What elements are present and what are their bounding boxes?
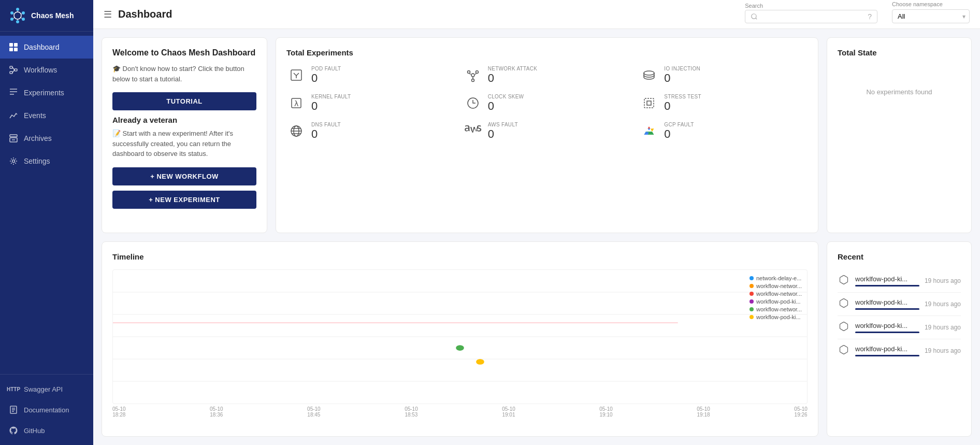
svg-point-61 <box>456 345 464 351</box>
no-experiments-text: No experiments found <box>838 88 961 96</box>
clock-skew-count: 0 <box>488 99 524 113</box>
recent-progress-4 <box>855 355 919 356</box>
svg-point-39 <box>475 71 478 74</box>
recent-item-4: worklfow-pod-ki... 19 hours ago <box>838 339 961 362</box>
gcp-fault-count: 0 <box>664 127 694 141</box>
sidebar-bottom-label-github: GitHub <box>24 427 45 435</box>
sidebar-item-dashboard[interactable]: Dashboard <box>0 36 93 59</box>
namespace-select[interactable]: All default kube-system <box>892 9 970 23</box>
svg-line-20 <box>12 67 15 70</box>
legend-label-3: workflow-networ... <box>756 291 802 297</box>
recent-icon-2 <box>838 298 850 310</box>
legend-dot-6 <box>750 315 754 319</box>
svg-rect-19 <box>15 69 17 71</box>
pod-fault-info: POD FAULT 0 <box>311 66 341 85</box>
sidebar-item-label-settings: Settings <box>24 157 50 165</box>
sidebar-item-archives[interactable]: Archives <box>0 127 93 150</box>
svg-line-11 <box>13 18 15 19</box>
svg-point-62 <box>476 359 484 365</box>
svg-rect-48 <box>644 98 654 108</box>
dns-fault-icon <box>286 121 306 141</box>
chaos-mesh-logo-icon <box>8 6 27 25</box>
network-attack-info: NETWORK ATTACK 0 <box>488 66 538 85</box>
sidebar-item-settings[interactable]: Settings <box>0 150 93 173</box>
legend-dot-5 <box>750 307 754 311</box>
search-help-icon[interactable]: ? <box>868 12 872 21</box>
sidebar-item-experiments[interactable]: Experiments <box>0 81 93 104</box>
main-area: ☰ Dashboard Search ? Choose namespace Al… <box>93 0 980 445</box>
logo[interactable]: Chaos Mesh <box>0 0 93 32</box>
sidebar-nav: Dashboard Workflows Experiments Events A <box>0 32 93 374</box>
new-experiment-button[interactable]: + NEW EXPERIMENT <box>112 191 256 209</box>
recent-time-1: 19 hours ago <box>925 277 961 284</box>
experiments-grid: POD FAULT 0 NETWORK ATTACK 0 <box>286 65 808 141</box>
sidebar-item-docs[interactable]: Documentation <box>0 399 93 420</box>
svg-rect-13 <box>9 43 13 47</box>
aws-fault-info: AWS FAULT 0 <box>488 122 518 141</box>
svg-point-4 <box>16 20 19 23</box>
sidebar-item-workflows[interactable]: Workflows <box>0 59 93 81</box>
recent-info-3: worklfow-pod-ki... <box>855 322 919 333</box>
svg-point-40 <box>471 79 474 82</box>
veteran-hint: 📝 Start with a new experiment! After it'… <box>112 128 256 159</box>
sidebar-item-swagger[interactable]: HTTP Swagger API <box>0 379 93 399</box>
svg-rect-25 <box>10 135 17 137</box>
recent-name-2: worklfow-pod-ki... <box>855 298 919 306</box>
recent-item-3: worklfow-pod-ki... 19 hours ago <box>838 316 961 339</box>
menu-icon[interactable]: ☰ <box>104 9 112 20</box>
search-input[interactable] <box>761 12 864 20</box>
recent-name-1: worklfow-pod-ki... <box>855 275 919 283</box>
dns-fault-label: DNS FAULT <box>311 122 341 127</box>
io-injection-count: 0 <box>664 71 700 85</box>
timeline-chart: network-delay-e... workflow-networ... wo… <box>112 269 808 404</box>
sidebar-bottom: HTTP Swagger API Documentation GitHub <box>0 374 93 445</box>
recent-info-2: worklfow-pod-ki... <box>855 298 919 310</box>
recent-name-3: worklfow-pod-ki... <box>855 322 919 329</box>
xaxis-7: 05-10 19:18 <box>697 406 710 418</box>
gcp-fault-info: GCP FAULT 0 <box>664 122 694 141</box>
xaxis-2: 05-10 18:36 <box>210 406 223 418</box>
xaxis-1: 05-10 18:28 <box>112 406 126 418</box>
svg-point-44 <box>644 71 654 75</box>
legend-dot-2 <box>750 284 754 288</box>
tutorial-button[interactable]: TUTORIAL <box>112 92 256 110</box>
svg-point-38 <box>467 71 470 74</box>
gcp-fault-icon <box>639 121 659 141</box>
kernel-fault-icon: λ <box>286 93 306 113</box>
legend-item-2: workflow-networ... <box>750 283 802 289</box>
search-wrapper: Search ? <box>745 10 877 23</box>
io-injection-info: IO INJECTION 0 <box>664 66 700 85</box>
sidebar-item-label-dashboard: Dashboard <box>24 43 60 51</box>
svg-point-28 <box>12 160 15 163</box>
settings-icon <box>8 156 19 166</box>
svg-point-6 <box>10 11 13 15</box>
search-box: ? <box>745 10 877 23</box>
sidebar-item-github[interactable]: GitHub <box>0 420 93 441</box>
page-title: Dashboard <box>118 8 172 20</box>
legend-label-4: workflow-pod-ki... <box>756 298 801 305</box>
archives-icon <box>8 133 19 143</box>
recent-time-2: 19 hours ago <box>925 300 961 308</box>
aws-fault-count: 0 <box>488 127 518 141</box>
pod-fault-count: 0 <box>311 71 341 85</box>
recent-icon-4 <box>838 344 850 357</box>
sidebar-item-events[interactable]: Events <box>0 104 93 127</box>
github-icon <box>8 425 19 436</box>
svg-rect-15 <box>9 48 13 51</box>
svg-point-5 <box>10 18 13 21</box>
svg-point-0 <box>14 12 21 19</box>
pod-fault-icon <box>286 65 306 85</box>
recent-info-1: worklfow-pod-ki... <box>855 275 919 286</box>
aws-fault-label: AWS FAULT <box>488 122 518 127</box>
timeline-card: Timeline <box>102 241 818 437</box>
new-workflow-button[interactable]: + NEW WORKFLOW <box>112 167 256 185</box>
svg-point-1 <box>16 8 19 11</box>
xaxis-5: 05-10 19:01 <box>502 406 515 418</box>
experiments-card: Total Experiments POD FAULT 0 <box>276 37 818 233</box>
namespace-wrapper: Choose namespace All default kube-system… <box>892 9 970 23</box>
recent-icon-3 <box>838 321 850 334</box>
experiment-kernel-fault: λ KERNEL FAULT 0 <box>286 93 455 113</box>
timeline-title: Timeline <box>112 252 808 261</box>
recent-name-4: worklfow-pod-ki... <box>855 345 919 353</box>
pod-fault-label: POD FAULT <box>311 66 341 71</box>
